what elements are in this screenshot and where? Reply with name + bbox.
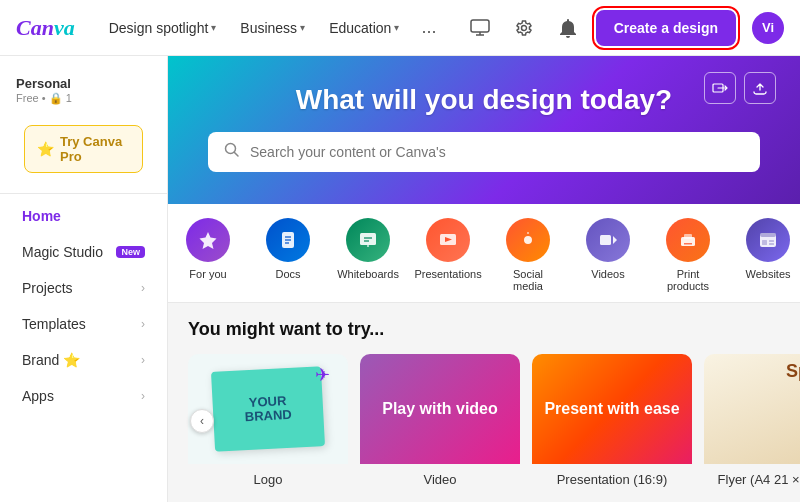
flyer-card-label: Flyer (A4 21 × 2 [704,472,800,487]
nav-design-spotlight[interactable]: Design spotlight ▾ [99,14,227,42]
sidebar-item-magic-studio[interactable]: Magic Studio New [6,234,161,270]
category-foryou[interactable]: For you [168,204,248,302]
resize-icon[interactable] [704,72,736,104]
category-social-media[interactable]: Social media [488,204,568,302]
sidebar-item-home[interactable]: Home [6,198,161,234]
category-websites[interactable]: Websites [728,204,800,302]
chevron-icon: ▾ [211,22,216,33]
try-card-flyer[interactable]: Spring Flyer (A4 21 × 2 [704,354,800,487]
search-input[interactable] [250,144,744,160]
notifications-icon[interactable] [552,12,584,44]
social-media-icon [506,218,550,262]
main-layout: Personal Free • 🔒 1 ⭐ Try Canva Pro Home… [0,56,800,502]
category-presentations[interactable]: Presentations [408,204,488,302]
categories-row: For you Docs Whiteboards Presentations [168,204,800,303]
main-nav: Design spotlight ▾ Business ▾ Education … [99,11,445,44]
nav-more[interactable]: ... [413,11,444,44]
sidebar-plan: Free • 🔒 1 [16,92,151,105]
category-print-products[interactable]: Print products [648,204,728,302]
svg-line-5 [235,153,239,157]
svg-marker-18 [613,236,617,244]
header-right: Create a design Vi [464,10,784,46]
svg-rect-17 [600,235,611,245]
presentation-card-label: Presentation (16:9) [532,472,692,487]
docs-label: Docs [275,268,300,280]
logo-card-inner: YOURBRAND [211,366,325,452]
try-canva-pro-button[interactable]: ⭐ Try Canva Pro [24,125,143,173]
chevron-right-icon: › [141,317,145,331]
carousel-prev-button[interactable]: ‹ [190,409,214,433]
videos-icon [586,218,630,262]
chevron-icon: ▾ [394,22,399,33]
sidebar-item-apps[interactable]: Apps › [6,378,161,414]
flyer-card-text: Spring [786,362,800,402]
new-badge: New [116,246,145,258]
presentation-card-image: Present with ease [532,354,692,464]
presentations-label: Presentations [414,268,481,280]
star-icon: ⭐ [37,141,54,157]
nav-business[interactable]: Business ▾ [230,14,315,42]
create-design-button[interactable]: Create a design [596,10,736,46]
logo-card-label: Logo [188,472,348,487]
websites-label: Websites [745,268,790,280]
docs-icon [266,218,310,262]
whiteboards-label: Whiteboards [337,268,399,280]
more-icon: ... [421,17,436,37]
avatar[interactable]: Vi [752,12,784,44]
arrow-icon: ✈ [315,364,330,386]
whiteboards-icon [346,218,390,262]
sidebar-templates-label: Templates [22,316,141,332]
foryou-label: For you [189,268,226,280]
nav-business-label: Business [240,20,297,36]
hero-title: What will you design today? [208,84,760,116]
social-media-label: Social media [500,268,556,292]
chevron-right-icon: › [141,281,145,295]
sidebar-magic-studio-label: Magic Studio [22,244,112,260]
search-icon [224,142,240,162]
svg-rect-11 [360,233,376,245]
hero-icons [704,72,776,104]
sidebar-item-templates[interactable]: Templates › [6,306,161,342]
sidebar-home-label: Home [22,208,145,224]
content-area: What will you design today? For you D [168,56,800,502]
sidebar-divider [0,193,167,194]
logo-card-image: YOURBRAND ✈ [188,354,348,464]
monitor-icon[interactable] [464,12,496,44]
settings-icon[interactable] [508,12,540,44]
websites-icon [746,218,790,262]
sidebar-item-projects[interactable]: Projects › [6,270,161,306]
svg-rect-24 [762,240,767,245]
header: Canva Design spotlight ▾ Business ▾ Educ… [0,0,800,56]
video-card-label: Video [360,472,520,487]
print-products-icon [666,218,710,262]
nav-education[interactable]: Education ▾ [319,14,409,42]
try-card-presentation[interactable]: Present with ease Presentation (16:9) [532,354,692,487]
svg-marker-6 [200,232,217,249]
category-whiteboards[interactable]: Whiteboards [328,204,408,302]
try-title: You might want to try... [188,319,780,340]
svg-rect-21 [684,243,692,245]
sidebar-user-section: Personal Free • 🔒 1 [0,68,167,113]
video-card-image: Play with video [360,354,520,464]
svg-rect-23 [760,233,776,237]
sidebar-projects-label: Projects [22,280,141,296]
upload-icon[interactable] [744,72,776,104]
category-videos[interactable]: Videos [568,204,648,302]
chevron-right-icon: › [141,389,145,403]
logo-card-text: YOURBRAND [244,393,292,424]
try-pro-label: Try Canva Pro [60,134,130,164]
svg-rect-26 [769,243,774,245]
canva-logo: Canva [16,15,75,41]
videos-label: Videos [591,268,624,280]
sidebar-item-brand[interactable]: Brand ⭐ › [6,342,161,378]
svg-rect-25 [769,240,774,242]
hero-search-bar[interactable] [208,132,760,172]
try-cards-wrapper: ‹ YOURBRAND ✈ Logo Play with video [188,354,780,487]
try-card-video[interactable]: Play with video Video [360,354,520,487]
svg-rect-0 [471,20,489,32]
sidebar-user-name: Personal [16,76,151,91]
nav-design-spotlight-label: Design spotlight [109,20,209,36]
video-card-text: Play with video [382,400,498,418]
print-products-label: Print products [660,268,716,292]
category-docs[interactable]: Docs [248,204,328,302]
